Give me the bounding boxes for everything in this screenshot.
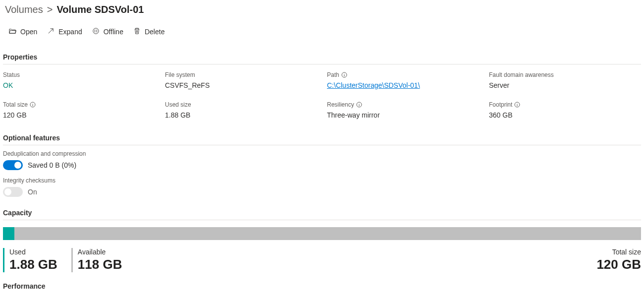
prop-used-size-label: Used size [165,101,317,108]
prop-footprint: Footprint 360 GB [489,101,641,119]
toggle-dedup[interactable] [3,160,23,170]
section-title-optional-features: Optional features [3,134,641,142]
prop-path-label: Path [327,71,479,78]
breadcrumb-current: Volume SDSVol-01 [56,4,144,15]
prop-status-label: Status [3,71,155,78]
expand-arrow-icon [47,27,54,36]
expand-button[interactable]: Expand [47,27,82,36]
feature-integrity-label: Integrity checksums [3,177,641,184]
chevron-right-icon: > [47,4,53,15]
capacity-used-value: 1.88 GB [9,257,57,272]
info-icon[interactable] [514,102,520,108]
feature-dedup-label: Deduplication and compression [3,150,641,157]
prop-used-size-value: 1.88 GB [165,108,317,119]
expand-label: Expand [58,28,82,36]
capacity-available-label: Available [78,248,122,256]
feature-dedup: Deduplication and compression Saved 0 B … [3,145,641,172]
prop-footprint-label: Footprint [489,101,641,108]
open-folder-icon [9,27,16,36]
capacity-used: Used 1.88 GB [3,248,57,272]
prop-status-value: OK [3,78,155,89]
section-title-properties: Properties [3,53,641,61]
prop-used-size: Used size 1.88 GB [165,101,317,119]
prop-footprint-value: 360 GB [489,108,641,119]
divider [3,220,641,220]
info-icon[interactable] [30,102,36,108]
prop-file-system-value: CSVFS_ReFS [165,78,317,89]
prop-status: Status OK [3,71,155,89]
properties-grid: Status OK File system CSVFS_ReFS Path C:… [3,64,641,124]
capacity-total-value: 120 GB [596,257,641,272]
prop-resiliency: Resiliency Three-way mirror [327,101,479,119]
prop-resiliency-label: Resiliency [327,101,479,108]
delete-button[interactable]: Delete [133,27,164,36]
prop-path: Path C:\ClusterStorage\SDSVol-01\ [327,71,479,89]
prop-total-size-label: Total size [3,101,155,108]
feature-integrity-text: On [28,188,37,196]
breadcrumb: Volumes > Volume SDSVol-01 [3,4,641,18]
capacity-available: Available 118 GB [71,248,122,272]
prop-total-size-value: 120 GB [3,108,155,119]
prop-file-system: File system CSVFS_ReFS [165,71,317,89]
delete-label: Delete [145,28,164,36]
svg-point-0 [93,28,99,34]
info-icon[interactable] [341,72,347,78]
breadcrumb-parent[interactable]: Volumes [5,4,43,15]
offline-label: Offline [104,28,123,36]
prop-fault-domain-label: Fault domain awareness [489,71,641,78]
capacity-available-value: 118 GB [78,257,122,272]
prop-fault-domain-value: Server [489,78,641,89]
capacity-bar-fill [3,227,14,240]
capacity-stats: Used 1.88 GB Available 118 GB Total size… [3,240,641,272]
trash-icon [133,27,141,36]
offline-button[interactable]: Offline [92,27,123,36]
prop-resiliency-value: Three-way mirror [327,108,479,119]
section-title-capacity: Capacity [3,209,641,217]
offline-icon [92,27,100,36]
open-button[interactable]: Open [9,27,37,36]
prop-fault-domain: Fault domain awareness Server [489,71,641,89]
prop-total-size: Total size 120 GB [3,101,155,119]
feature-dedup-text: Saved 0 B (0%) [28,161,76,169]
capacity-used-label: Used [9,248,57,256]
info-icon[interactable] [356,102,362,108]
toggle-integrity[interactable] [3,187,23,197]
prop-path-value[interactable]: C:\ClusterStorage\SDSVol-01\ [327,78,479,89]
section-title-performance: Performance [3,282,641,290]
open-label: Open [20,28,37,36]
prop-file-system-label: File system [165,71,317,78]
feature-integrity: Integrity checksums On [3,172,641,199]
toolbar: Open Expand Offline Delete [3,18,641,43]
capacity-bar [3,227,641,240]
capacity-total-label: Total size [596,248,641,256]
capacity-total: Total size 120 GB [596,248,641,272]
